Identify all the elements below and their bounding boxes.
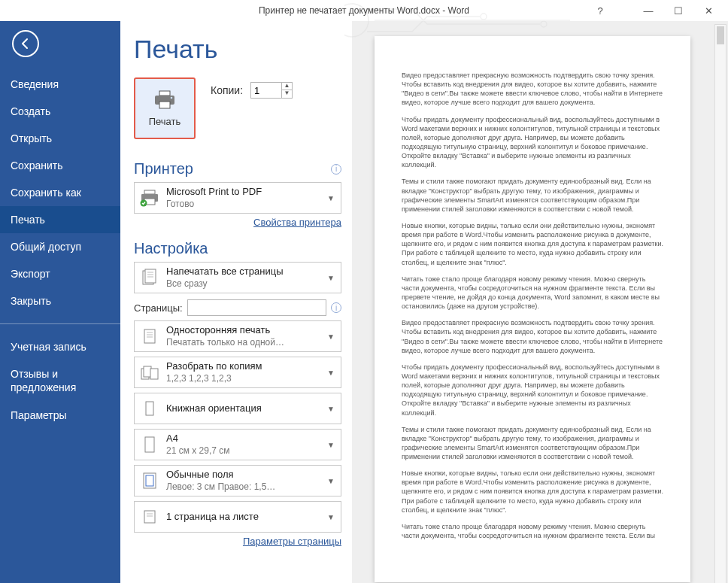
print-range-select[interactable]: Напечатать все страницы Все сразу ▼ <box>134 262 341 293</box>
chevron-down-icon: ▼ <box>326 405 336 413</box>
arrow-left-icon <box>19 37 32 50</box>
orientation-select[interactable]: Книжная ориентация ▼ <box>134 393 341 424</box>
nav-account[interactable]: Учетная запись <box>0 333 120 360</box>
svg-rect-5 <box>159 102 170 108</box>
preview-paragraph: Читать тоже стало проще благодаря новому… <box>402 275 663 311</box>
collate-select[interactable]: Разобрать по копиям 1,2,3 1,2,3 1,2,3 ▼ <box>134 357 341 388</box>
svg-rect-24 <box>145 437 154 452</box>
printer-name: Microsoft Print to PDF <box>166 186 320 198</box>
svg-point-6 <box>171 96 173 99</box>
margins-select[interactable]: Обычные поля Левое: 3 см Правое: 1,5… ▼ <box>134 465 341 496</box>
single-side-icon <box>139 326 160 347</box>
print-button-label: Печать <box>149 116 181 127</box>
printer-properties-link[interactable]: Свойства принтера <box>134 217 341 228</box>
svg-rect-12 <box>145 269 156 283</box>
chevron-down-icon: ▼ <box>326 194 336 202</box>
printer-heading: Принтер i <box>134 160 341 178</box>
chevron-down-icon: ▼ <box>326 369 336 377</box>
svg-rect-16 <box>144 329 155 343</box>
preview-paragraph: Видео предоставляет прекрасную возможнос… <box>402 318 663 355</box>
preview-paragraph: Новые кнопки, которые видны, только если… <box>402 469 663 515</box>
nav-options[interactable]: Параметры <box>0 402 120 429</box>
nav-open[interactable]: Открыть <box>0 125 120 152</box>
info-icon[interactable]: i <box>331 164 341 175</box>
portrait-icon <box>139 398 160 419</box>
page-title: Печать <box>134 35 341 64</box>
pages-stack-icon <box>139 267 160 288</box>
nav-share[interactable]: Общий доступ <box>0 233 120 260</box>
preview-paragraph: Темы и стили также помогают придать доку… <box>402 177 663 214</box>
preview-paragraph: Читать тоже стало проще благодаря новому… <box>402 522 663 540</box>
nav-print[interactable]: Печать <box>0 206 120 233</box>
pages-per-sheet-select[interactable]: 1 страница на листе ▼ <box>134 501 341 533</box>
pages-input[interactable] <box>187 299 326 316</box>
preview-scrollbar[interactable] <box>714 24 726 583</box>
svg-point-2 <box>481 14 487 20</box>
margins-icon <box>139 470 160 491</box>
chevron-down-icon: ▼ <box>326 274 336 282</box>
svg-rect-27 <box>144 511 155 523</box>
preview-paragraph: Чтобы придать документу профессиональный… <box>402 363 663 418</box>
chevron-down-icon: ▼ <box>326 441 336 449</box>
printer-status: Готово <box>166 199 320 210</box>
nav-close[interactable]: Закрыть <box>0 287 120 314</box>
back-button[interactable] <box>12 30 39 57</box>
printer-select[interactable]: Microsoft Print to PDF Готово ▼ <box>134 182 341 214</box>
preview-page: Видео предоставляет прекрасную возможнос… <box>375 36 690 582</box>
backstage-sidebar: Сведения Создать Открыть Сохранить Сохра… <box>0 21 120 583</box>
printer-icon <box>153 90 176 110</box>
document-title: Принтер не печатает документы Word.docx … <box>259 5 469 16</box>
spinner-down[interactable]: ▼ <box>282 90 292 98</box>
settings-heading: Настройка <box>134 240 341 257</box>
chevron-down-icon: ▼ <box>326 477 336 485</box>
preview-paragraph: Темы и стили также помогают придать доку… <box>402 425 663 462</box>
chevron-down-icon: ▼ <box>326 332 336 341</box>
one-per-sheet-icon <box>139 506 160 527</box>
info-icon[interactable]: i <box>331 302 341 313</box>
nav-divider <box>0 323 120 324</box>
preview-pane: Видео предоставляет прекрасную возможнос… <box>352 21 728 583</box>
print-button[interactable]: Печать <box>134 77 196 139</box>
page-setup-link[interactable]: Параметры страницы <box>134 536 341 547</box>
copies-input[interactable] <box>251 83 281 98</box>
nav-feedback[interactable]: Отзывы и предложения <box>0 360 120 402</box>
nav-saveas[interactable]: Сохранить как <box>0 179 120 206</box>
chevron-down-icon: ▼ <box>326 513 336 521</box>
nav-info[interactable]: Сведения <box>0 71 120 98</box>
preview-paragraph: Новые кнопки, которые видны, только если… <box>402 221 663 267</box>
nav-export[interactable]: Экспорт <box>0 260 120 287</box>
svg-rect-7 <box>144 190 155 194</box>
nav-create[interactable]: Создать <box>0 98 120 125</box>
preview-paragraph: Чтобы придать документу профессиональный… <box>402 115 663 170</box>
preview-paragraph: Видео предоставляет прекрасную возможнос… <box>402 71 663 108</box>
copies-label: Копии: <box>211 84 243 96</box>
collate-icon <box>139 362 160 383</box>
svg-rect-3 <box>159 91 170 96</box>
duplex-select[interactable]: Односторонняя печать Печатать только на … <box>134 320 341 352</box>
minimize-button[interactable]: — <box>633 2 663 19</box>
paper-size-select[interactable]: A4 21 см x 29,7 см ▼ <box>134 429 341 460</box>
help-button[interactable]: ? <box>585 2 615 19</box>
svg-rect-23 <box>146 402 153 415</box>
title-bar: Принтер не печатает документы Word.docx … <box>0 0 728 21</box>
svg-rect-22 <box>150 369 158 379</box>
printer-ready-icon <box>139 187 160 208</box>
pages-label: Страницы: <box>134 302 183 314</box>
maximize-button[interactable]: ☐ <box>663 2 693 19</box>
copies-spinner[interactable]: ▲▼ <box>250 82 293 99</box>
nav-save[interactable]: Сохранить <box>0 152 120 179</box>
close-window-button[interactable]: ✕ <box>693 2 723 19</box>
print-settings-pane: Печать Печать Копии: ▲▼ <box>120 21 352 583</box>
paper-icon <box>139 434 160 455</box>
